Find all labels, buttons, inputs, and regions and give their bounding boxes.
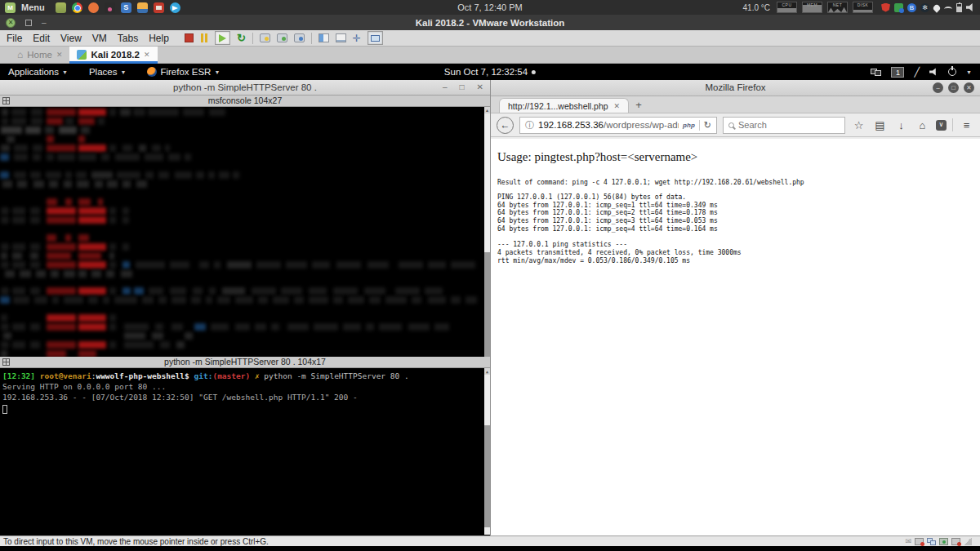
scrollbar[interactable]: ▲ [484, 368, 490, 535]
resize-grip-icon[interactable] [964, 537, 972, 545]
hard-disk-status-icon[interactable] [915, 538, 924, 545]
menu-file[interactable]: File [7, 33, 22, 44]
reload-icon[interactable]: ↻ [704, 120, 711, 131]
scrollbar[interactable]: ▲ [484, 107, 490, 357]
url-text[interactable]: 192.168.253.36/wordpress/wp-admin/050416… [538, 120, 679, 130]
orange-box-app-icon[interactable] [137, 2, 148, 13]
reset-button[interactable]: ↻ [237, 33, 246, 43]
message-log-icon[interactable]: ✉ [905, 538, 911, 545]
scroll-up-icon[interactable]: ▲ [484, 107, 490, 113]
search-bar[interactable] [723, 117, 845, 134]
pen-icon[interactable]: ╱ [914, 67, 920, 78]
workspace-indicator[interactable]: 1 [891, 67, 904, 78]
restore-icon[interactable] [25, 20, 32, 26]
net-monitor[interactable]: NET [827, 2, 848, 13]
new-tab-button[interactable]: + [635, 99, 642, 111]
tab-kali-vm[interactable]: Kali 2018.2 ✕ [69, 47, 157, 63]
msfconsole-pane-header[interactable]: msfconsole 104x27 [0, 96, 490, 107]
red-box-app-icon[interactable] [154, 2, 164, 13]
bookmark-star-icon[interactable]: ☆ [851, 119, 866, 131]
folder-icon[interactable] [56, 2, 66, 13]
scroll-up-icon[interactable]: ▲ [484, 368, 490, 375]
cpu-monitor[interactable]: CPU [777, 2, 797, 13]
hamburger-menu-icon[interactable]: ≡ [959, 119, 974, 131]
blue-s-app-icon[interactable]: S [121, 2, 131, 13]
minimize-icon[interactable]: – [443, 80, 448, 95]
back-button[interactable]: ← [497, 117, 514, 134]
maximize-icon[interactable]: □ [948, 82, 959, 93]
sync-icon[interactable] [894, 3, 903, 12]
site-info-icon[interactable]: ⓘ [525, 119, 534, 131]
minimize-icon[interactable]: – [42, 20, 47, 26]
power-off-button[interactable] [185, 33, 194, 42]
power-icon[interactable] [948, 68, 956, 76]
close-icon[interactable]: ✕ [6, 18, 16, 28]
mint-menu-icon[interactable]: M [5, 2, 16, 13]
wifi-icon[interactable] [944, 7, 952, 11]
fan-icon[interactable]: ✻ [920, 3, 929, 12]
url-bar[interactable]: ⓘ 192.168.253.36/wordpress/wp-admin/0504… [519, 117, 717, 134]
close-icon[interactable]: ✕ [477, 80, 483, 95]
tab-kali-close-icon[interactable]: ✕ [144, 51, 150, 59]
scrollbar-thumb[interactable] [484, 252, 490, 357]
power-on-button[interactable] [215, 31, 230, 45]
shield-icon[interactable] [881, 3, 890, 12]
terminal-titlebar[interactable]: python -m SimpleHTTPServer 80 . – □ ✕ [0, 80, 490, 96]
suspend-button[interactable] [200, 33, 208, 42]
cdrom-status-icon[interactable] [939, 538, 948, 545]
chrome-icon[interactable] [72, 2, 82, 13]
firefox-esr-menu[interactable]: Firefox ESR▼ [147, 67, 220, 77]
tab-close-icon[interactable]: ✕ [614, 102, 621, 110]
display-status-icon[interactable] [951, 538, 960, 545]
pane-group-icon[interactable] [2, 97, 10, 104]
pane-group-icon[interactable] [2, 358, 10, 366]
scrollbar-thumb[interactable] [484, 425, 490, 527]
menu-help[interactable]: Help [149, 33, 169, 44]
telegram-icon[interactable] [170, 2, 180, 13]
battery-icon[interactable] [956, 3, 962, 12]
places-menu[interactable]: Places▼ [89, 67, 126, 77]
httpserver-pane[interactable]: [12:32] root@venari:wwwolf-php-webshell$… [0, 368, 490, 535]
maximize-icon[interactable]: □ [460, 80, 465, 95]
chevron-down-icon[interactable]: ▼ [966, 69, 972, 75]
firefox-titlebar[interactable]: Mozilla Firefox – □ ✕ [491, 80, 980, 96]
unity-mode-button[interactable]: ✛ [353, 33, 361, 43]
snapshot-take-button[interactable] [260, 33, 270, 42]
minimize-icon[interactable]: – [933, 82, 943, 93]
library-icon[interactable]: ▤ [872, 119, 888, 131]
snapshot-revert-button[interactable] [277, 33, 287, 42]
orange-circle-app-icon[interactable] [88, 2, 99, 13]
fullscreen-button[interactable] [368, 31, 383, 45]
search-input[interactable] [738, 120, 840, 130]
menu-vm[interactable]: VM [92, 33, 107, 44]
location-icon[interactable] [932, 3, 941, 12]
disk-monitor[interactable]: DISK [853, 2, 873, 13]
httpserver-pane-header[interactable]: python -m SimpleHTTPServer 80 . 104x17 [0, 357, 490, 368]
home-icon[interactable]: ⌂ [915, 119, 930, 131]
close-icon[interactable]: ✕ [964, 82, 974, 93]
mem-monitor[interactable]: MEM [802, 2, 822, 13]
thumbnail-bar-toggle-button[interactable] [336, 33, 346, 42]
network-adapter-status-icon[interactable] [927, 538, 936, 545]
tab-home-close-icon[interactable]: ✕ [56, 51, 63, 59]
library-toggle-button[interactable] [318, 33, 329, 42]
applications-menu[interactable]: Applications▼ [8, 67, 68, 77]
browser-tab[interactable]: http://192.1...webshell.php ✕ [499, 98, 629, 113]
volume-icon[interactable] [929, 68, 938, 76]
msfconsole-pane[interactable]: ▲ [0, 107, 490, 357]
menu-edit[interactable]: Edit [33, 33, 50, 44]
firefox-icon [147, 67, 157, 77]
menu-tabs[interactable]: Tabs [118, 33, 138, 44]
network-icon[interactable] [871, 69, 881, 76]
downloads-icon[interactable]: ↓ [893, 119, 909, 131]
bluetooth-icon[interactable]: B [907, 3, 916, 12]
pocket-icon[interactable]: ∨ [936, 120, 947, 131]
ink-drop-app-icon[interactable] [105, 2, 115, 13]
tab-home[interactable]: ⌂ Home ✕ [10, 47, 69, 63]
host-clock[interactable]: Oct 7, 12:40 PM [457, 2, 522, 12]
menu-view[interactable]: View [60, 33, 82, 44]
kali-clock[interactable]: Sun Oct 7, 12:32:54 [444, 67, 536, 77]
volume-icon[interactable] [966, 3, 975, 12]
host-menu-button[interactable]: Menu [21, 2, 45, 12]
snapshot-manager-button[interactable] [294, 33, 305, 42]
